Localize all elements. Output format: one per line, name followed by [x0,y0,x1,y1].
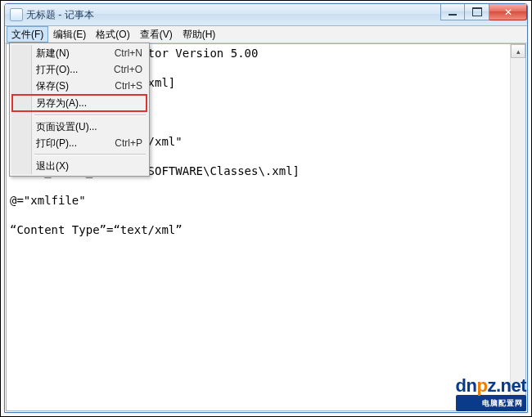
menu-item-label: 另存为(A)... [36,96,141,110]
file-menu-dropdown: 新建(N) Ctrl+N 打开(O)... Ctrl+O 保存(S) Ctrl+… [9,43,150,177]
menu-item-accel: Ctrl+N [115,47,142,59]
titlebar[interactable]: 无标题 - 记事本 ✕ [5,4,527,26]
minimize-button[interactable] [440,4,465,20]
menu-item-label: 退出(X) [36,159,142,173]
vertical-scrollbar[interactable]: ▴ ▾ [510,44,525,410]
menu-help[interactable]: 帮助(H) [178,26,221,43]
menu-item-page-setup[interactable]: 页面设置(U)... [11,119,147,135]
menu-item-exit[interactable]: 退出(X) [11,158,147,174]
window-title: 无标题 - 记事本 [26,8,94,22]
window-controls: ✕ [440,4,527,20]
menu-item-accel: Ctrl+S [115,80,142,92]
close-button[interactable]: ✕ [489,4,527,20]
maximize-button[interactable] [465,4,489,20]
menu-edit[interactable]: 编辑(E) [48,26,91,43]
menu-format[interactable]: 格式(O) [91,26,134,43]
menu-item-label: 页面设置(U)... [36,120,142,134]
menubar: 文件(F) 编辑(E) 格式(O) 查看(V) 帮助(H) [5,26,527,43]
notepad-icon [10,8,23,21]
scroll-down-arrow[interactable]: ▾ [511,397,525,410]
menu-item-accel: Ctrl+P [115,137,142,149]
menu-item-label: 保存(S) [36,79,115,93]
menu-item-label: 打印(P)... [36,137,115,150]
menu-item-save[interactable]: 保存(S) Ctrl+S [11,78,147,94]
menu-item-save-as[interactable]: 另存为(A)... [11,94,147,112]
scroll-up-arrow[interactable]: ▴ [511,44,525,58]
menu-separator [34,114,146,116]
screenshot-frame: 无标题 - 记事本 ✕ 文件(F) 编辑(E) 格式(O) 查看(V) 帮助(H… [0,0,532,417]
menu-item-open[interactable]: 打开(O)... Ctrl+O [11,61,147,78]
menu-item-label: 打开(O)... [36,63,114,77]
menu-separator [34,154,146,155]
menu-file[interactable]: 文件(F) [7,26,48,43]
menu-item-label: 新建(N) [36,47,115,61]
menu-item-new[interactable]: 新建(N) Ctrl+N [11,45,147,61]
menu-view[interactable]: 查看(V) [135,26,178,43]
menu-item-accel: Ctrl+O [114,64,142,75]
notepad-window: 无标题 - 记事本 ✕ 文件(F) 编辑(E) 格式(O) 查看(V) 帮助(H… [4,3,528,413]
menu-item-print[interactable]: 打印(P)... Ctrl+P [11,135,147,151]
